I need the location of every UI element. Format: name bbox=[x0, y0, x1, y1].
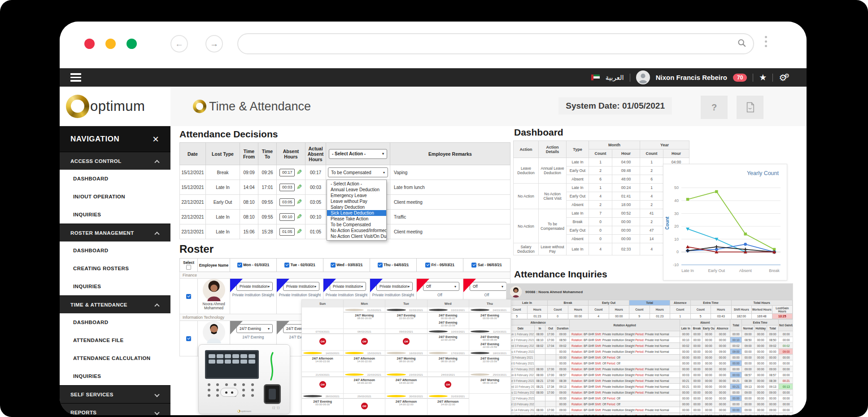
edit-pencil-icon[interactable]: ✎ bbox=[297, 213, 302, 221]
cell-normal: 09:00 bbox=[742, 407, 755, 413]
calendar-cell[interactable]: 10/03/202124/7 Evening22:00-23:59 bbox=[427, 329, 469, 351]
day-checkbox[interactable] bbox=[284, 263, 289, 268]
rotation-label: Shift: bbox=[595, 350, 602, 353]
calendar-cell[interactable] bbox=[302, 307, 344, 329]
absent-hours-input[interactable]: 03:05 bbox=[279, 198, 295, 206]
dropdown-option-select-action[interactable]: - Select Action - bbox=[327, 181, 386, 187]
dropdown-option-salary-deduction[interactable]: Salary Deduction bbox=[327, 204, 386, 210]
calendar-cell[interactable]: 08/03/2021Off bbox=[344, 329, 385, 351]
calendar-cell[interactable]: 17/03/202124/7 Morning08:00-16:00 bbox=[427, 351, 469, 372]
close-icon[interactable]: × bbox=[153, 133, 159, 145]
calendar-cell[interactable]: 11/03/202124/7 Evening00:00-06:0024/7 Ev… bbox=[469, 329, 511, 351]
day-checkbox[interactable] bbox=[378, 263, 383, 268]
app-logo[interactable]: optimum bbox=[60, 87, 170, 126]
day-checkbox[interactable] bbox=[425, 263, 430, 268]
browser-forward-button[interactable]: → bbox=[205, 35, 223, 53]
dropdown-option-sick-leave-deduction[interactable]: Sick Leave Deduction bbox=[327, 210, 386, 216]
calendar-cell[interactable]: 31/03/202124/7 Afternoon14:00-22:00 bbox=[427, 394, 469, 415]
calendar-cell[interactable]: 29/03/2021Off bbox=[344, 394, 385, 415]
calendar-cell[interactable]: 21/03/2021Off bbox=[302, 372, 344, 394]
absent-hours-input[interactable]: 01:05 bbox=[279, 228, 295, 236]
search-icon[interactable] bbox=[737, 38, 747, 50]
sidebar-item-dashboard[interactable]: DASHBOARD bbox=[60, 313, 170, 331]
calendar-cell[interactable]: 16/03/202124/7 Morning08:00-16:00 bbox=[385, 351, 427, 372]
edit-pencil-icon[interactable]: ✎ bbox=[297, 228, 302, 236]
calendar-cell[interactable]: 01/03/202124/7 Morning08:00-16:00 bbox=[344, 307, 385, 329]
menu-icon[interactable] bbox=[70, 73, 81, 82]
absent-hours-input[interactable]: 00:03 bbox=[279, 184, 295, 191]
edit-pencil-icon[interactable]: ✎ bbox=[297, 168, 302, 176]
calendar-cell[interactable]: 28/03/202124/7 Evening00:00-06:00 bbox=[302, 394, 344, 415]
sidebar-item-creating-rosters[interactable]: CREATING ROSTERS bbox=[60, 259, 170, 277]
sidebar-item-attendance-calculation[interactable]: ATTENDANCE CALCULATION bbox=[60, 349, 170, 367]
marker-blue-series bbox=[744, 243, 747, 246]
calendar-cell[interactable]: 22/03/202124/7 Afternoon14:00-22:00 bbox=[344, 372, 385, 394]
corner-ribbon-red bbox=[417, 279, 429, 292]
dropdown-option-no-action-client-visit-on-duty[interactable]: No Action Client Visit/On Duty bbox=[327, 233, 386, 239]
day-checkbox[interactable] bbox=[331, 263, 336, 268]
sidebar-item-attendance-file[interactable]: ATTENDANCE FILE bbox=[60, 331, 170, 349]
action-select[interactable]: - Select Action -▾ bbox=[329, 149, 387, 159]
cell-normal: 09:00 bbox=[742, 390, 755, 395]
language-switch[interactable]: العربية bbox=[606, 74, 624, 82]
row-checkbox[interactable] bbox=[186, 336, 191, 341]
sidebar-item-inquiries[interactable]: INQUIRIES bbox=[60, 206, 170, 224]
sidebar-item-inquiries[interactable]: INQUIRIES bbox=[60, 367, 170, 385]
edit-pencil-icon[interactable]: ✎ bbox=[297, 198, 302, 206]
day-checkbox[interactable] bbox=[471, 263, 476, 268]
sidebar-section-reports[interactable]: REPORTS bbox=[60, 403, 170, 415]
edit-pencil-icon[interactable]: ✎ bbox=[297, 183, 302, 191]
absent-hours-input[interactable]: 00:10 bbox=[279, 213, 295, 221]
dropdown-option-leave-without-pay[interactable]: Leave without Pay bbox=[327, 198, 386, 204]
notification-badge[interactable]: 70 bbox=[733, 74, 747, 82]
row-checkbox[interactable] bbox=[186, 294, 191, 299]
calendar-cell[interactable] bbox=[469, 394, 511, 415]
sidebar-section-self-services[interactable]: SELF SERVICES bbox=[60, 385, 170, 403]
browser-back-button[interactable]: ← bbox=[170, 35, 188, 53]
dropdown-option-to-be-compensated[interactable]: To be Compensated bbox=[327, 222, 386, 228]
dropdown-option-no-action-excused-informed[interactable]: No Action Excused/Informed bbox=[327, 228, 386, 233]
sidebar-item-inquiries[interactable]: INQUIRIES bbox=[60, 277, 170, 295]
url-bar[interactable] bbox=[237, 33, 754, 54]
sidebar-item-dashboard[interactable]: DASHBOARD bbox=[60, 241, 170, 259]
app-top-bar: العربية Nixon Francis Rebeiro 70 ★ ⚙⚙ bbox=[60, 68, 807, 87]
calendar-cell[interactable]: 09/03/2021Off bbox=[385, 329, 427, 351]
user-avatar[interactable] bbox=[636, 70, 650, 84]
window-close-button[interactable] bbox=[84, 39, 95, 49]
action-select[interactable]: To be Compensated▾ bbox=[328, 167, 388, 177]
shift-time: 00:00-06:00 bbox=[469, 317, 510, 320]
calendar-cell[interactable]: 02/03/202124/7 Evening22:00-23:59 bbox=[385, 307, 427, 329]
calendar-cell[interactable]: 15/03/202124/7 Afternoon14:00-22:00 bbox=[344, 351, 385, 372]
settings-gears-icon[interactable]: ⚙⚙ bbox=[779, 72, 787, 83]
sidebar-section-roster-management[interactable]: ROSTER MANAGEMENT bbox=[60, 224, 170, 241]
calendar-cell[interactable]: 24/03/2021Off bbox=[427, 372, 469, 394]
calendar-cell[interactable]: 30/03/202124/7 Afternoon14:00-22:00 bbox=[385, 394, 427, 415]
help-button[interactable]: ? bbox=[701, 96, 728, 119]
dropdown-option-emergency-leave[interactable]: Emergency Leave bbox=[327, 193, 386, 198]
sidebar-section-access-control[interactable]: ACCESS CONTROL bbox=[60, 152, 170, 170]
absent-hours-input[interactable]: 00:17 bbox=[279, 169, 295, 176]
cell-in bbox=[535, 349, 545, 355]
select-all-checkbox[interactable] bbox=[186, 265, 191, 270]
day-checkbox[interactable] bbox=[237, 263, 242, 268]
sidebar-item-dashboard[interactable]: DASHBOARD bbox=[60, 170, 170, 188]
sidebar-section-time-attendance[interactable]: TIME & ATTENDANCE bbox=[60, 295, 170, 313]
calendar-cell[interactable]: 04/03/202124/7 Evening00:00-06:00 bbox=[469, 307, 511, 329]
calendar-cell[interactable]: 07/03/2021Off bbox=[302, 329, 344, 351]
browser-menu-icon[interactable] bbox=[765, 36, 768, 47]
dropdown-option-please-take-action[interactable]: Please Take Action bbox=[327, 216, 386, 222]
summary-value-total-hours-shift-hours: 182:00 bbox=[731, 314, 752, 319]
dropdown-option-annual-leave-deduction[interactable]: Annual Leave Deduction bbox=[327, 187, 386, 193]
export-pdf-button[interactable] bbox=[737, 96, 763, 119]
calendar-cell[interactable]: 03/03/202124/7 Evening00:00-06:0024/7 Ev… bbox=[427, 307, 469, 329]
calendar-cell[interactable]: 23/03/202124/7 Afternoon14:00-22:00 bbox=[385, 372, 427, 394]
window-minimize-button[interactable] bbox=[105, 39, 116, 49]
calendar-cell[interactable]: 25/03/202124/7 Morning08:00-16:00 bbox=[469, 372, 511, 394]
sidebar-item-in-out-operation[interactable]: IN/OUT OPERATION bbox=[60, 188, 170, 206]
user-name[interactable]: Nixon Francis Rebeiro bbox=[656, 74, 727, 81]
calendar-cell[interactable]: 14/03/202124/7 Afternoon14:00-22:00 bbox=[302, 351, 344, 372]
favorites-star-icon[interactable]: ★ bbox=[759, 72, 767, 83]
shift-time: 14:00-22:00 bbox=[427, 403, 469, 406]
window-maximize-button[interactable] bbox=[126, 39, 137, 49]
calendar-cell[interactable]: 18/03/202124/7 Evening22:00-23:59 bbox=[469, 351, 511, 372]
